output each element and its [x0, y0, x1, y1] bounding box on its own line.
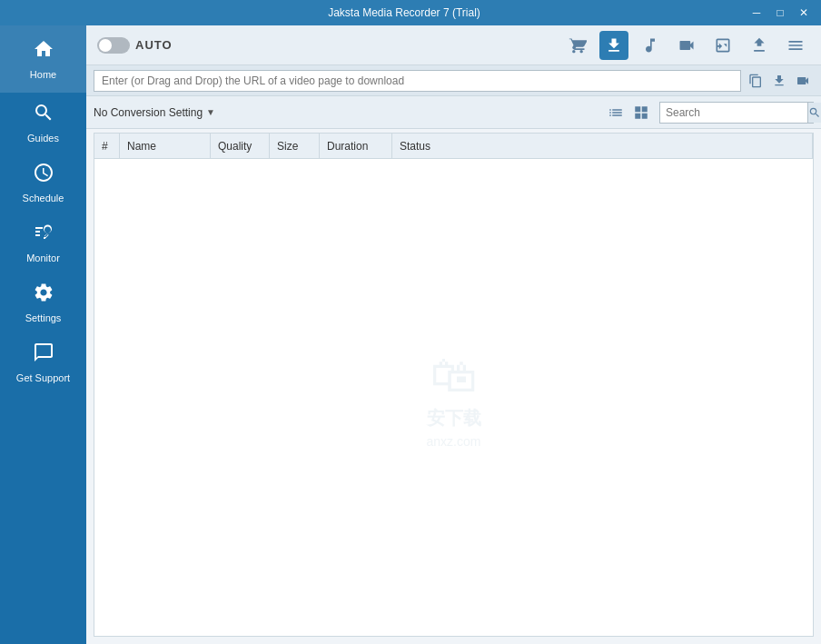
watermark-text: 安下载 [427, 405, 481, 430]
conversion-setting-select[interactable]: No Conversion Setting ▼ [94, 106, 215, 119]
col-quality: Quality [211, 134, 270, 158]
url-bar [86, 65, 821, 96]
url-action-icons [745, 70, 814, 92]
minimize-button[interactable]: ─ [747, 5, 767, 21]
support-icon [33, 342, 54, 369]
sidebar-item-settings-label: Settings [25, 312, 62, 323]
toggle-track[interactable] [97, 37, 130, 54]
sidebar-item-home[interactable]: Home [0, 25, 86, 93]
main-toolbar: AUTO [86, 25, 821, 65]
maximize-button[interactable]: □ [770, 5, 790, 21]
table-body: 🛍 安下载 anxz.com [94, 159, 813, 636]
view-toggle-icons [605, 102, 652, 124]
watermark-bag-icon: 🛍 [430, 347, 478, 401]
sidebar-item-guides-label: Guides [27, 133, 59, 144]
settings-icon [33, 282, 54, 309]
close-button[interactable]: ✕ [794, 5, 814, 21]
sidebar-item-schedule-label: Schedule [23, 193, 64, 203]
music-icon-button[interactable] [636, 31, 665, 60]
guides-icon [33, 102, 54, 129]
download-arrow-icon-button[interactable] [745, 31, 774, 60]
resize-icon-button[interactable] [708, 31, 737, 60]
search-box [659, 102, 814, 124]
home-icon [33, 38, 54, 65]
col-status: Status [392, 134, 813, 158]
col-size: Size [270, 134, 320, 158]
monitor-icon [33, 222, 54, 249]
watermark: 🛍 安下载 anxz.com [427, 347, 481, 448]
conversion-setting-label: No Conversion Setting [94, 106, 203, 119]
sidebar-item-support-label: Get Support [16, 372, 70, 383]
app-body: Home Guides Schedule Monitor Settings [0, 25, 821, 644]
toolbar-icons [563, 31, 810, 60]
url-video-icon[interactable] [792, 70, 814, 92]
cart-icon-button[interactable] [563, 31, 592, 60]
app-title: Jaksta Media Recorder 7 (Trial) [62, 6, 747, 19]
dropdown-arrow-icon: ▼ [206, 107, 215, 117]
col-duration: Duration [320, 134, 392, 158]
video-camera-icon-button[interactable] [672, 31, 701, 60]
main-content: AUTO [86, 25, 821, 644]
downloads-table: # Name Quality Size Duration Status 🛍 安下… [94, 133, 814, 637]
sidebar-item-guides[interactable]: Guides [0, 93, 86, 153]
search-input[interactable] [660, 106, 807, 119]
menu-icon-button[interactable] [781, 31, 810, 60]
toggle-knob [99, 39, 112, 52]
list-view-icon[interactable] [605, 102, 627, 124]
search-button[interactable] [807, 103, 821, 123]
sidebar-item-get-support[interactable]: Get Support [0, 332, 86, 392]
sidebar: Home Guides Schedule Monitor Settings [0, 25, 86, 644]
url-input[interactable] [94, 70, 741, 92]
grid-view-icon[interactable] [630, 102, 652, 124]
url-copy-icon[interactable] [745, 70, 767, 92]
col-name: Name [120, 134, 211, 158]
table-header: # Name Quality Size Duration Status [94, 134, 813, 159]
download-icon-button[interactable] [599, 31, 628, 60]
col-num: # [94, 134, 120, 158]
title-bar: Jaksta Media Recorder 7 (Trial) ─ □ ✕ [0, 0, 821, 25]
sidebar-item-schedule[interactable]: Schedule [0, 153, 86, 213]
sidebar-item-settings[interactable]: Settings [0, 272, 86, 332]
conversion-bar: No Conversion Setting ▼ [86, 96, 821, 129]
schedule-icon [33, 162, 54, 189]
sidebar-item-monitor[interactable]: Monitor [0, 213, 86, 272]
window-controls: ─ □ ✕ [747, 5, 814, 21]
watermark-sub: anxz.com [427, 433, 481, 448]
sidebar-item-monitor-label: Monitor [26, 253, 60, 263]
sidebar-item-home-label: Home [30, 69, 56, 80]
url-download-icon[interactable] [768, 70, 790, 92]
auto-label: AUTO [135, 38, 173, 52]
auto-toggle[interactable]: AUTO [97, 37, 173, 54]
